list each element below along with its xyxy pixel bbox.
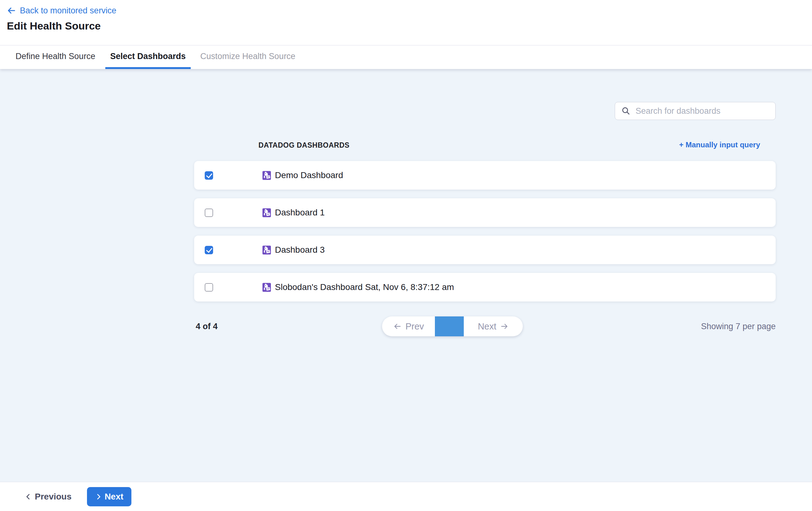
- page-header: Back to monitored service Edit Health So…: [0, 0, 812, 45]
- tab-define-health-source[interactable]: Define Health Source: [16, 46, 95, 69]
- dashboard-name: Dashboard 1: [275, 208, 325, 218]
- arrow-right-icon: [500, 322, 509, 331]
- wizard-tabbar: Define Health Source Select Dashboards C…: [0, 46, 812, 69]
- dashboard-row[interactable]: Demo Dashboard: [194, 161, 776, 190]
- dashboard-name: Slobodan's Dashboard Sat, Nov 6, 8:37:12…: [275, 282, 454, 292]
- dashboard-checkbox[interactable]: [205, 283, 213, 292]
- chevron-right-icon: [95, 493, 102, 500]
- dashboard-checkbox[interactable]: [205, 209, 213, 217]
- dashboard-label: Dashboard 3: [262, 245, 325, 255]
- dashboard-row[interactable]: Dashboard 1: [194, 198, 776, 227]
- dashboard-row[interactable]: Slobodan's Dashboard Sat, Nov 6, 8:37:12…: [194, 273, 776, 301]
- dashboard-checkbox[interactable]: [205, 171, 213, 180]
- dashboard-name: Dashboard 3: [275, 245, 325, 255]
- manually-input-query-link[interactable]: + Manually input query: [679, 140, 760, 149]
- back-to-monitored-service-link[interactable]: Back to monitored service: [7, 5, 812, 16]
- next-page-label: Next: [478, 321, 496, 332]
- next-step-label: Next: [105, 492, 124, 502]
- column-header-datadog-dashboards: DATADOG DASHBOARDS: [258, 141, 349, 150]
- datadog-icon: [262, 245, 271, 255]
- arrow-left-icon: [393, 322, 402, 331]
- back-arrow-icon: [7, 6, 16, 15]
- dashboard-row[interactable]: Dashboard 3: [194, 236, 776, 264]
- dashboard-search-box[interactable]: [615, 102, 776, 120]
- dashboard-label: Slobodan's Dashboard Sat, Nov 6, 8:37:12…: [262, 282, 454, 292]
- pagination-pill: Prev 1 Next: [382, 317, 523, 336]
- datadog-icon: [262, 208, 271, 218]
- datadog-icon: [262, 171, 271, 180]
- back-link-label: Back to monitored service: [20, 6, 116, 16]
- content-area: DATADOG DASHBOARDS + Manually input quer…: [0, 69, 812, 482]
- chevron-left-icon: [25, 493, 32, 500]
- page-title: Edit Health Source: [7, 20, 812, 32]
- dashboard-label: Demo Dashboard: [262, 170, 343, 180]
- previous-step-label: Previous: [35, 492, 71, 502]
- prev-page-button[interactable]: Prev: [382, 317, 435, 336]
- footer-bar: Previous Next: [0, 482, 812, 511]
- datadog-icon: [262, 283, 271, 292]
- previous-step-button[interactable]: Previous: [25, 492, 71, 502]
- prev-page-label: Prev: [405, 321, 424, 332]
- pagination-row: 4 of 4 Prev 1 Next Showing 7 per page: [0, 317, 812, 336]
- tab-customize-health-source[interactable]: Customize Health Source: [200, 46, 295, 69]
- dashboard-checkbox[interactable]: [205, 246, 213, 254]
- search-input[interactable]: [636, 102, 775, 120]
- dashboard-name: Demo Dashboard: [275, 170, 343, 180]
- next-page-button[interactable]: Next: [464, 317, 523, 336]
- range-summary: 4 of 4: [196, 317, 218, 336]
- search-icon: [621, 106, 631, 116]
- per-page-summary: Showing 7 per page: [701, 317, 776, 336]
- edit-health-source-page: Back to monitored service Edit Health So…: [0, 0, 812, 511]
- dashboard-list: Demo Dashboard Das: [194, 161, 776, 310]
- tab-select-dashboards[interactable]: Select Dashboards: [105, 46, 191, 69]
- current-page-button[interactable]: 1: [435, 317, 464, 336]
- next-step-button[interactable]: Next: [87, 487, 132, 506]
- dashboard-label: Dashboard 1: [262, 208, 325, 218]
